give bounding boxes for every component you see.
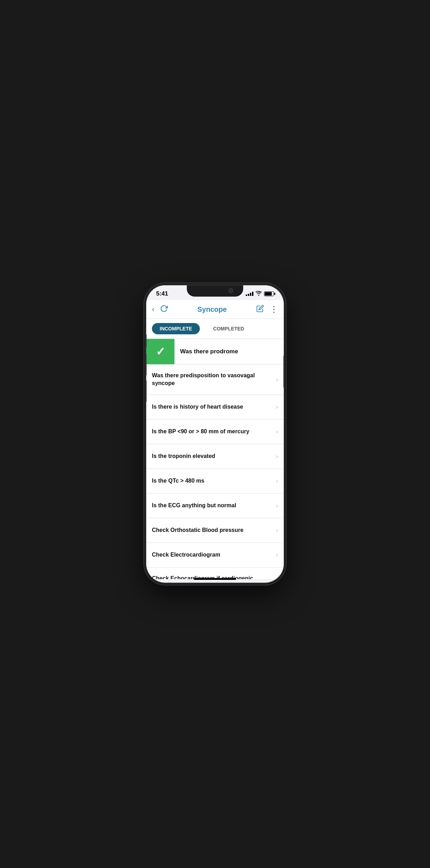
- list-item[interactable]: Was there predisposition to vasovagal sy…: [146, 365, 284, 395]
- volume-down-button: [146, 380, 147, 402]
- refresh-button[interactable]: [160, 305, 168, 314]
- tab-incomplete[interactable]: INCOMPLETE: [152, 323, 200, 334]
- list-item[interactable]: Is the QTc > 480 ms ›: [146, 469, 284, 494]
- chevron-right-icon: ›: [276, 502, 278, 509]
- list-item-label: Is the QTc > 480 ms: [152, 477, 276, 485]
- chevron-right-icon: ›: [276, 477, 278, 485]
- list-item[interactable]: Is the BP <90 or > 80 mm of mercury ›: [146, 420, 284, 444]
- nav-right: ⋮: [256, 304, 278, 314]
- check-icon: ✓: [156, 345, 165, 358]
- completed-item-label: Was there prodrome: [174, 348, 244, 355]
- nav-left: ‹: [152, 305, 168, 314]
- status-time: 5:41: [156, 290, 168, 297]
- chevron-right-icon: ›: [276, 527, 278, 534]
- completed-list-item[interactable]: ✓ Was there prodrome: [146, 339, 284, 365]
- check-box: ✓: [146, 339, 174, 364]
- list-item[interactable]: Check Orthostatic Blood pressure ›: [146, 518, 284, 543]
- screen: ‹ Syncope ⋮: [146, 300, 284, 579]
- power-button: [283, 356, 284, 388]
- back-button[interactable]: ‹: [152, 305, 154, 314]
- tab-bar: INCOMPLETE COMPLETED: [146, 319, 284, 339]
- chevron-right-icon: ›: [276, 376, 278, 383]
- list-item-label: Is the ECG anything but normal: [152, 502, 276, 509]
- chevron-right-icon: ›: [276, 453, 278, 460]
- list-item-label: Check Electrocardiogram: [152, 551, 276, 559]
- list-item-label: Check Orthostatic Blood pressure: [152, 526, 276, 534]
- list-item-label: Is there is history of heart disease: [152, 403, 276, 411]
- front-camera: [228, 288, 233, 293]
- list-item[interactable]: Check Echocardiogram if cardiogenic sync…: [146, 568, 284, 579]
- list-item[interactable]: Check Electrocardiogram ›: [146, 543, 284, 568]
- nav-bar: ‹ Syncope ⋮: [146, 300, 284, 319]
- battery-fill: [265, 292, 272, 296]
- chevron-right-icon: ›: [276, 403, 278, 411]
- more-button[interactable]: ⋮: [270, 304, 278, 314]
- list-item[interactable]: Is the ECG anything but normal ›: [146, 494, 284, 518]
- phone-frame: 5:41: [146, 285, 284, 583]
- list-item-label: Was there predisposition to vasovagal sy…: [152, 372, 276, 388]
- home-indicator: [194, 578, 236, 580]
- edit-button[interactable]: [256, 305, 264, 314]
- list-container: Was there predisposition to vasovagal sy…: [146, 365, 284, 579]
- mute-button: [146, 335, 147, 347]
- list-item-label: Is the BP <90 or > 80 mm of mercury: [152, 428, 276, 435]
- status-icons: [246, 291, 274, 297]
- page-title: Syncope: [168, 305, 256, 314]
- chevron-right-icon: ›: [276, 428, 278, 435]
- volume-up-button: [146, 354, 147, 375]
- signal-icon: [246, 292, 253, 296]
- tab-completed[interactable]: COMPLETED: [205, 323, 252, 334]
- chevron-right-icon: ›: [276, 551, 278, 559]
- wifi-icon: [256, 291, 262, 297]
- list-item[interactable]: Is the troponin elevated ›: [146, 444, 284, 469]
- chevron-right-icon: ›: [276, 579, 278, 579]
- list-item-label: Is the troponin elevated: [152, 452, 276, 460]
- notch: [187, 285, 243, 297]
- list-item[interactable]: Is there is history of heart disease ›: [146, 395, 284, 420]
- battery-icon: [264, 291, 274, 296]
